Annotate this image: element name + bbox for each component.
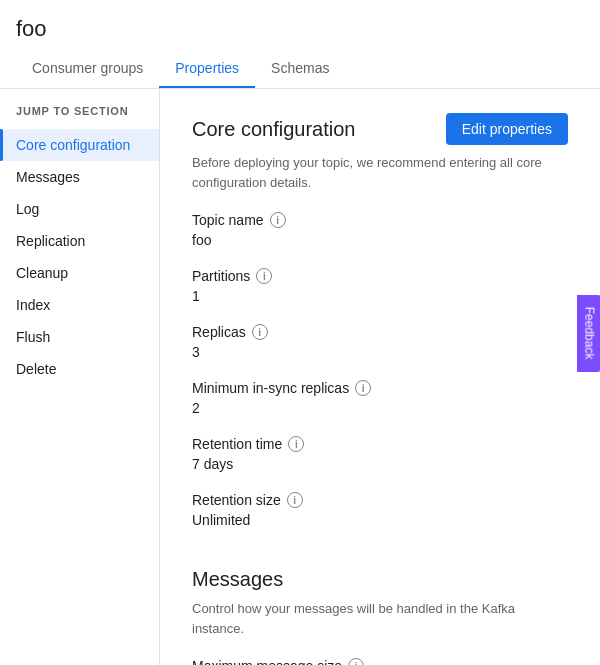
retention-size-info-icon[interactable]: i	[287, 492, 303, 508]
sidebar: JUMP TO SECTION Core configuration Messa…	[0, 89, 160, 665]
topic-name-info-icon[interactable]: i	[270, 212, 286, 228]
tab-properties[interactable]: Properties	[159, 50, 255, 88]
min-insync-replicas-value: 2	[192, 400, 568, 416]
sidebar-item-index[interactable]: Index	[0, 289, 159, 321]
sidebar-heading: JUMP TO SECTION	[0, 105, 159, 129]
retention-time-value: 7 days	[192, 456, 568, 472]
sidebar-item-replication[interactable]: Replication	[0, 225, 159, 257]
max-message-size-field: Maximum message size i 1048588 bytes	[192, 658, 568, 665]
partitions-value: 1	[192, 288, 568, 304]
messages-section: Messages Control how your messages will …	[192, 568, 568, 665]
min-insync-replicas-field: Minimum in-sync replicas i 2	[192, 380, 568, 416]
messages-header: Messages	[192, 568, 568, 591]
partitions-info-icon[interactable]: i	[256, 268, 272, 284]
sidebar-label-delete: Delete	[16, 361, 56, 377]
tab-schemas[interactable]: Schemas	[255, 50, 345, 88]
retention-size-value: Unlimited	[192, 512, 568, 528]
sidebar-item-flush[interactable]: Flush	[0, 321, 159, 353]
topic-name-label: Topic name i	[192, 212, 568, 228]
sidebar-label-flush: Flush	[16, 329, 50, 345]
topic-name-field: Topic name i foo	[192, 212, 568, 248]
sidebar-label-index: Index	[16, 297, 50, 313]
messages-title: Messages	[192, 568, 283, 591]
min-insync-replicas-info-icon[interactable]: i	[355, 380, 371, 396]
sidebar-item-log[interactable]: Log	[0, 193, 159, 225]
page-title: foo	[16, 8, 584, 46]
retention-time-field: Retention time i 7 days	[192, 436, 568, 472]
retention-size-label: Retention size i	[192, 492, 568, 508]
core-config-title: Core configuration	[192, 118, 355, 141]
sidebar-item-cleanup[interactable]: Cleanup	[0, 257, 159, 289]
main-layout: JUMP TO SECTION Core configuration Messa…	[0, 89, 600, 665]
max-message-size-label: Maximum message size i	[192, 658, 568, 665]
topic-name-value: foo	[192, 232, 568, 248]
retention-time-info-icon[interactable]: i	[288, 436, 304, 452]
replicas-info-icon[interactable]: i	[252, 324, 268, 340]
sidebar-label-replication: Replication	[16, 233, 85, 249]
replicas-value: 3	[192, 344, 568, 360]
partitions-label: Partitions i	[192, 268, 568, 284]
retention-time-label: Retention time i	[192, 436, 568, 452]
edit-properties-button[interactable]: Edit properties	[446, 113, 568, 145]
max-message-size-info-icon[interactable]: i	[348, 658, 364, 665]
core-configuration-section: Core configuration Edit properties Befor…	[192, 113, 568, 528]
feedback-tab[interactable]: Feedback	[578, 294, 600, 371]
sidebar-item-delete[interactable]: Delete	[0, 353, 159, 385]
partitions-field: Partitions i 1	[192, 268, 568, 304]
replicas-field: Replicas i 3	[192, 324, 568, 360]
sidebar-item-core-configuration[interactable]: Core configuration	[0, 129, 159, 161]
sidebar-label-log: Log	[16, 201, 39, 217]
sidebar-label-core-configuration: Core configuration	[16, 137, 130, 153]
core-config-header: Core configuration Edit properties	[192, 113, 568, 145]
sidebar-item-messages[interactable]: Messages	[0, 161, 159, 193]
sidebar-label-cleanup: Cleanup	[16, 265, 68, 281]
top-bar: foo Consumer groups Properties Schemas	[0, 0, 600, 89]
messages-description: Control how your messages will be handle…	[192, 599, 568, 638]
retention-size-field: Retention size i Unlimited	[192, 492, 568, 528]
tab-consumer-groups[interactable]: Consumer groups	[16, 50, 159, 88]
content-area: Core configuration Edit properties Befor…	[160, 89, 600, 665]
replicas-label: Replicas i	[192, 324, 568, 340]
sidebar-label-messages: Messages	[16, 169, 80, 185]
core-config-description: Before deploying your topic, we recommen…	[192, 153, 568, 192]
min-insync-replicas-label: Minimum in-sync replicas i	[192, 380, 568, 396]
tab-bar: Consumer groups Properties Schemas	[16, 50, 584, 88]
